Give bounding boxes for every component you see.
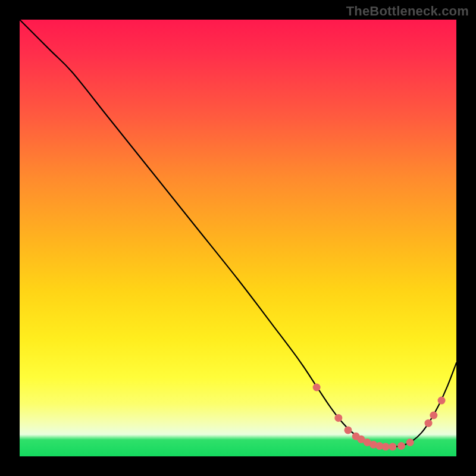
chart-frame: TheBottleneck.com bbox=[0, 0, 476, 476]
data-point bbox=[438, 397, 446, 405]
bottleneck-curve bbox=[20, 20, 456, 447]
plot-area bbox=[20, 20, 456, 456]
data-point bbox=[397, 442, 405, 450]
data-point bbox=[406, 439, 414, 446]
data-point bbox=[313, 384, 321, 392]
data-point bbox=[382, 443, 390, 450]
data-point bbox=[334, 414, 342, 422]
watermark-text: TheBottleneck.com bbox=[346, 4, 469, 19]
data-points bbox=[313, 384, 446, 451]
data-point bbox=[344, 426, 352, 434]
curve-svg bbox=[20, 20, 456, 456]
data-point bbox=[430, 412, 437, 419]
data-point bbox=[425, 419, 433, 427]
data-point bbox=[389, 443, 396, 450]
